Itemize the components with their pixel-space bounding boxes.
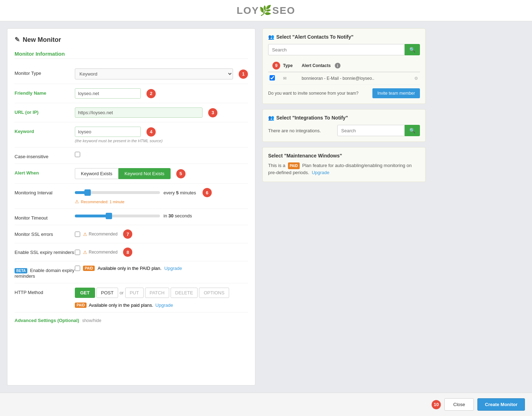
http-paid-badge: PAID (75, 303, 87, 308)
contact-row: ✉ bonnieoran - E-Mail - bonnie@loyseo.. … (268, 72, 420, 85)
friendly-name-row: Friendly Name 2 (15, 84, 248, 103)
monitor-type-control: Keyword 1 (75, 68, 248, 79)
friendly-name-label: Friendly Name (15, 88, 75, 96)
step-1-badge: 1 (239, 70, 248, 79)
footer: 10 Close Create Monitor (0, 393, 532, 416)
monitor-ssl-checkbox[interactable] (75, 232, 80, 237)
keyword-exists-button[interactable]: Keyword Exists (75, 168, 118, 179)
maintenance-card: Select "Maintenance Windows" This is a P… (262, 147, 426, 182)
monitoring-interval-slider-container: every 5 minutes 6 (75, 188, 248, 197)
contact-gear-icon[interactable]: ⚙ (414, 76, 418, 81)
timeout-track[interactable] (75, 215, 160, 217)
friendly-name-control: 2 (75, 88, 248, 99)
domain-expiry-checkbox[interactable] (75, 266, 80, 271)
case-insensitive-checkbox[interactable] (75, 152, 80, 157)
header: LOY🌿SEO (0, 0, 532, 21)
url-row: URL (or IP) 3 (15, 103, 248, 122)
monitor-ssl-row: Monitor SSL errors ⚠ Recommended 7 (15, 225, 248, 243)
monitor-type-label: Monitor Type (15, 68, 75, 76)
right-panel: 👥 Select "Alert Contacts To Notify" 🔍 9 … (262, 28, 426, 386)
contact-type-cell: ✉ (282, 72, 300, 85)
step-9-badge: 9 (272, 62, 280, 70)
alert-contacts-title: 👥 Select "Alert Contacts To Notify" (268, 34, 420, 40)
type-col-header: Type (282, 60, 300, 72)
left-panel: ✎ New Monitor Monitor Information Monito… (7, 28, 255, 386)
ssl-expiry-control: ⚠ Recommended 8 (75, 248, 248, 257)
get-button[interactable]: GET (75, 288, 95, 298)
warning-icon: ⚠ (75, 199, 79, 204)
alert-contacts-search-button[interactable]: 🔍 (405, 44, 420, 55)
contact-name-cell: bonnieoran - E-Mail - bonnie@loyseo.. (300, 72, 413, 85)
settings-col-header (413, 60, 420, 72)
or-text: or (120, 290, 124, 295)
info-icon[interactable]: i (335, 63, 340, 68)
show-hide-toggle[interactable]: show/hide (82, 318, 101, 323)
ssl-recommended: ⚠ Recommended (83, 232, 117, 237)
alert-buttons: Keyword Exists Keyword Not Exists (75, 168, 171, 179)
alert-contacts-search-input[interactable] (268, 44, 405, 55)
create-monitor-button[interactable]: Create Monitor (477, 398, 525, 411)
integrations-title: 👥 Select "Integrations To Notify" (268, 115, 420, 121)
case-insensitive-row: Case-insensitive (15, 148, 248, 164)
ssl-expiry-checkbox[interactable] (75, 250, 80, 255)
monitoring-interval-value-label: every 5 minutes (164, 190, 196, 195)
timeout-thumb[interactable] (106, 213, 112, 219)
close-button[interactable]: Close (444, 398, 474, 411)
step-7-badge: 7 (123, 229, 132, 239)
monitoring-interval-control: every 5 minutes 6 ⚠ Recommended: 1 minut… (75, 188, 248, 204)
integrations-search-button[interactable]: 🔍 (405, 125, 420, 136)
url-label: URL (or IP) (15, 107, 75, 115)
friendly-name-input[interactable] (75, 88, 141, 99)
monitor-timeout-label: Monitor Timeout (15, 213, 75, 221)
beta-badge: BETA (15, 268, 27, 273)
url-input[interactable] (75, 107, 203, 118)
logo-leaf: 🌿 (259, 5, 272, 16)
timeout-slider-container: in 30 seconds (75, 213, 248, 218)
ssl-expiry-label: Enable SSL expiry reminders (15, 248, 75, 255)
http-buttons: GET POST or PUT PATCH DELETE OPTIONS (75, 288, 248, 298)
delete-button[interactable]: DELETE (171, 288, 198, 298)
post-button[interactable]: POST (96, 288, 118, 298)
monitoring-interval-track[interactable] (75, 191, 160, 194)
domain-upgrade-link[interactable]: Upgrade (164, 266, 182, 271)
advanced-settings: Advanced Settings (Optional) show/hide (15, 312, 248, 325)
domain-expiry-row: BETA Enable domain expiry reminders PAID… (15, 261, 248, 283)
logo-loy: LOY (237, 5, 259, 16)
keyword-label: Keyword (15, 127, 75, 134)
step-3-badge: 3 (208, 108, 217, 117)
step-2-badge: 2 (146, 89, 156, 98)
domain-expiry-control: PAID Available only in the PAID plan. Up… (75, 266, 248, 271)
monitoring-interval-thumb[interactable] (84, 189, 91, 196)
timeout-value-label: in 30 seconds (164, 213, 192, 218)
maintenance-text: This is a PAID Plan feature for auto-dis… (268, 162, 420, 176)
checkbox-col-header: 9 (268, 60, 282, 72)
ssl-expiry-warning-icon: ⚠ (83, 250, 87, 255)
contacts-table: 9 Type Alert Contacts i (268, 60, 420, 85)
options-button[interactable]: OPTIONS (199, 288, 229, 298)
http-method-label: HTTP Method (15, 288, 75, 295)
maintenance-paid-badge: PAID (288, 162, 300, 169)
http-upgrade-link[interactable]: Upgrade (155, 303, 173, 308)
case-insensitive-control (75, 152, 248, 157)
integrations-search-bar: 🔍 (337, 125, 420, 136)
contact-checkbox[interactable] (270, 75, 275, 81)
alert-contacts-card: 👥 Select "Alert Contacts To Notify" 🔍 9 … (262, 28, 426, 104)
integrations-search-input[interactable] (337, 125, 405, 136)
ssl-expiry-row: Enable SSL expiry reminders ⚠ Recommende… (15, 243, 248, 261)
maintenance-upgrade-link[interactable]: Upgrade (312, 170, 329, 175)
keyword-input[interactable] (75, 127, 141, 137)
patch-button[interactable]: PATCH (145, 288, 169, 298)
monitoring-interval-label: Monitoring Interval (15, 188, 75, 195)
alert-when-label: Alert When (15, 168, 75, 176)
contact-checkbox-cell (268, 72, 282, 85)
monitor-info-heading: Monitor Information (15, 51, 248, 59)
http-method-row: HTTP Method GET POST or PUT PATCH DELETE… (15, 283, 248, 312)
people-icon: 👥 (268, 34, 274, 40)
put-button[interactable]: PUT (125, 288, 144, 298)
monitor-timeout-control: in 30 seconds (75, 213, 248, 218)
keyword-not-exists-button[interactable]: Keyword Not Exists (118, 168, 171, 179)
monitor-type-select[interactable]: Keyword (75, 68, 233, 79)
keyword-hint: (the keyword must be present in the HTML… (75, 139, 248, 143)
invite-team-member-button[interactable]: Invite team member (372, 88, 420, 98)
monitor-ssl-control: ⚠ Recommended 7 (75, 229, 248, 239)
